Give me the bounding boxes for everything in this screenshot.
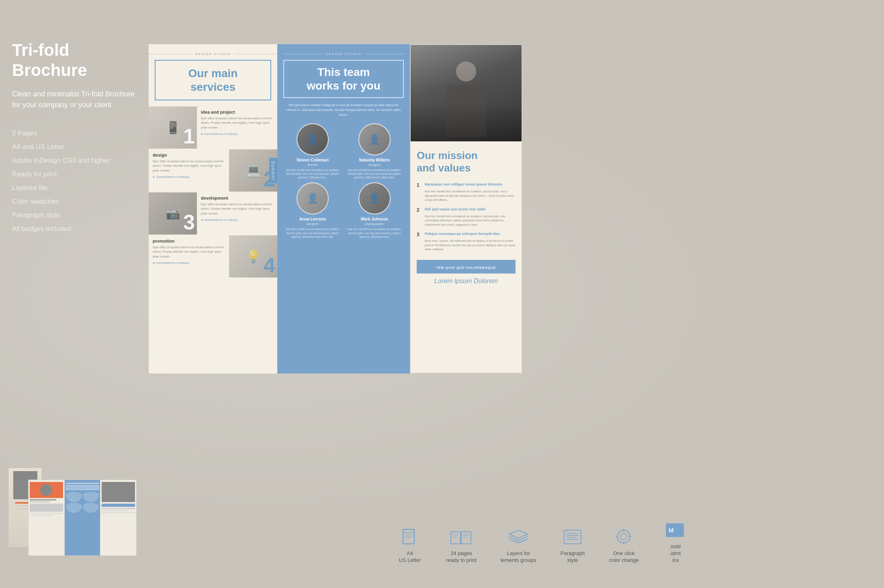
service-link-4: Uemendeme et eribusp [153,261,225,265]
team-role-3: designer [283,222,342,226]
brochure-mockup [8,403,141,556]
icon-indesign: Id .indd .idmt .inx [663,520,687,564]
team-name-2: Natasha Wilkins [345,158,404,162]
layers-icon [506,527,530,547]
mission-item-3: 3 Peliquo conseque pa volorpori berspid … [417,232,516,252]
mission-text-2: Nos firic reorbit furs omnabestr av acta… [417,214,516,227]
mission-cta-text: TEM QUID QUE VOLOREMOQUE [436,266,496,270]
phone-icon: 📱 [166,120,180,135]
layers-label: Layers for lements groups [501,550,536,564]
mission-subtitle-2: Ihili ipid maios sun lorem rem vidih. [425,207,486,212]
svg-rect-0 [403,529,414,544]
service-text-1: Epe offici od quiam abore ea nossal aals… [201,116,273,130]
panel2-title-box: This teamworks for you [283,60,404,98]
icon-layers: Layers for lements groups [501,527,536,564]
panel-mission: Our missionand values 1 Menalaius sun vi… [410,44,522,374]
mission-text-3: Bore sum, occum, siti vollenem aut es qu… [417,239,516,252]
indesign-label: .indd .idmt .inx [669,543,681,564]
paragraph-label: Paragraph style [561,550,585,564]
icon-paragraph: ¶ Paragraph style [561,527,585,564]
lamp-icon: 💡 [246,249,261,263]
service-number-1: 1 [183,126,195,147]
service-image-3: 📷 3 [149,192,197,235]
icon-pages: 24 pages ready to print [446,527,477,564]
subtitle: Clean and minimalist Tri-fold Brochure f… [12,89,137,110]
panel3-title: Our missionand values [417,149,516,174]
service-text-4: Epe offici od quiam abore ea nossal aals… [153,245,225,259]
feature-item: 2 Pages [12,127,137,140]
feature-item: A4 and US Letter [12,140,137,154]
photo-overlay [411,45,522,141]
svg-marker-14 [509,530,528,538]
team-bio-1: Nos firic reorbit furs omnabestr av acta… [283,168,342,179]
svg-rect-5 [451,532,460,544]
features-list: 2 Pages A4 and US Letter Adobe InDesign … [12,127,137,236]
svg-rect-15 [564,530,581,544]
feature-item: Adobe InDesign CS3 and higher [12,154,137,167]
paragraph-icon: ¶ [561,527,585,547]
service-content-4: promotion Epe offici od quiam abore ea n… [149,235,229,278]
service-title-4: promotion [153,239,225,243]
pages-icon [449,527,473,547]
svg-text:¶: ¶ [567,530,568,532]
team-avatar-4: 👤 [358,182,391,214]
mission-number-2: 2 [417,207,422,213]
a4-label: A4 US Letter [399,550,421,564]
service-link-3: Uemendeme et eribusp [201,218,273,222]
feature-item: All badges included [12,222,137,236]
panel1-title: Our mainservices [164,67,262,94]
mockup-spread [28,480,137,556]
team-role-1: director [283,163,342,167]
panel-team: DESIGN STUDIO This teamworks for you Ihi… [277,44,410,374]
panel2-title: This teamworks for you [283,60,404,98]
team-name-4: Mark Johnson [345,217,404,221]
service-image-2: 💻 2 Symbol [229,149,277,192]
mission-subtitle-3: Peliquo conseque pa volorpori berspid el… [425,232,501,237]
service-link-2: Uemendeme et eribusp [153,175,225,179]
brochure-display: DESIGN STUDIO Our mainservices 📱 1 idea … [149,44,868,374]
svg-text:Id: Id [669,527,673,533]
team-avatar-1: 👤 [297,123,329,155]
svg-rect-6 [461,532,471,544]
panel1-title-box: Our mainservices [155,60,271,100]
svg-point-21 [617,530,630,543]
service-title-2: design [153,153,225,157]
mission-item-2: 2 Ihili ipid maios sun lorem rem vidih. … [417,207,516,227]
icon-a4: A4 US Letter [398,527,422,564]
mission-number-1: 1 [417,182,422,188]
left-info-panel: Tri-fold Brochure Clean and minimalist T… [12,40,137,236]
page-title: Tri-fold Brochure [12,40,137,81]
mission-number-3: 3 [417,232,422,237]
panel3-content: Our missionand values 1 Menalaius sun vi… [411,141,522,293]
svg-point-22 [620,533,627,540]
service-text-3: Epe offici od quiam abore ea nossal aals… [201,202,273,216]
pages-label: 24 pages ready to print [446,550,477,564]
team-name-1: Steven Colleman [283,158,342,162]
service-row-1: 📱 1 idea and project Epe offici od quiam… [149,106,277,149]
team-name-3: Anna Levrone [283,217,342,221]
service-title-1: idea and project [201,110,273,114]
team-description: Ihiti ipid maios sundam vidigendi vo eos… [283,103,404,117]
click-label: One click color change [609,550,639,564]
team-grid: 👤 Steven Colleman director Nos firic reo… [283,123,404,239]
symbol-vertical: Symbol [269,157,277,184]
team-avatar-3: 👤 [297,182,329,214]
service-row-3: 📷 3 development Epe offici od quiam abor… [149,192,277,235]
panel3-image [411,45,522,141]
team-member-1: 👤 Steven Colleman director Nos firic reo… [283,123,342,179]
service-content-2: design Epe offici od quiam abore ea noss… [149,149,229,192]
click-icon [612,527,636,547]
team-bio-3: Nos firic reorbit furs omnabestr av acta… [283,227,342,238]
team-member-3: 👤 Anna Levrone designer Nos firic reorbi… [283,182,342,238]
team-bio-2: Nos firic reorbit furs omnabestr av acta… [345,168,404,179]
team-member-2: 👤 Natasha Wilkins designer Nos firic reo… [345,123,404,179]
service-row-4: promotion Epe offici od quiam abore ea n… [149,235,277,278]
team-member-4: 👤 Mark Johnson photographer Nos firic re… [345,182,404,238]
service-image-4: 💡 4 [229,235,277,278]
bottom-icons-row: A4 US Letter 24 pages ready to print [281,520,804,564]
camera-icon: 📷 [166,206,180,220]
service-text-2: Epe offici od quiam abore ea nossal aals… [153,159,225,173]
service-title-3: development [201,196,273,200]
mission-cta: TEM QUID QUE VOLOREMOQUE [417,260,516,274]
team-avatar-2: 👤 [358,123,391,155]
